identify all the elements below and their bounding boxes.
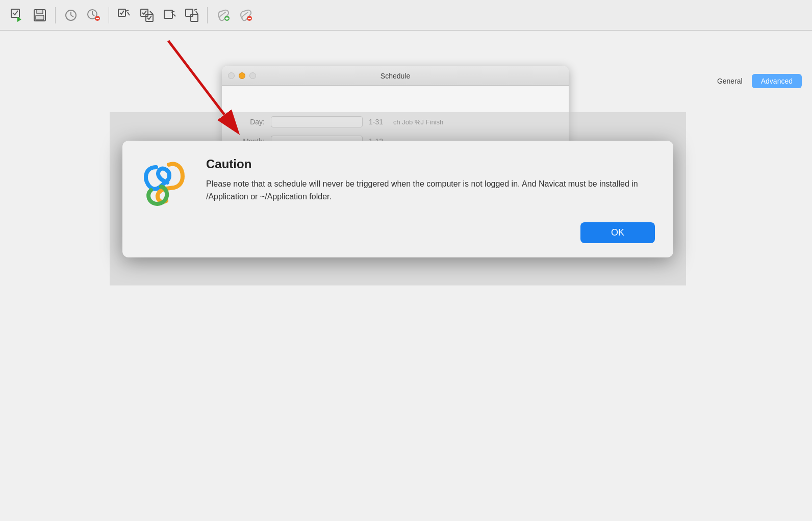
navicat-logo-icon xyxy=(141,157,192,208)
svg-line-1 xyxy=(168,41,224,115)
zoom-button[interactable] xyxy=(249,72,256,79)
separator-3 xyxy=(207,7,208,23)
detach-icon[interactable] xyxy=(236,6,255,24)
caution-title: Caution xyxy=(206,157,655,171)
schedule-titlebar: Schedule xyxy=(222,66,569,86)
tab-general[interactable]: General xyxy=(708,74,752,88)
delete-schedule-icon[interactable] xyxy=(84,6,103,24)
run-task-icon[interactable] xyxy=(8,6,27,24)
separator-1 xyxy=(55,7,56,23)
caution-dialog: Caution Please note that a schedule will… xyxy=(122,141,673,257)
select-multiple-icon[interactable] xyxy=(138,6,156,24)
deselect-icon[interactable] xyxy=(160,6,179,24)
deselect-multiple-icon[interactable] xyxy=(183,6,201,24)
caution-text-block: Caution Please note that a schedule will… xyxy=(206,157,655,203)
tab-advanced[interactable]: Advanced xyxy=(752,74,802,88)
caution-body: Caution Please note that a schedule will… xyxy=(141,157,655,208)
separator-2 xyxy=(109,7,109,23)
tab-area: General Advanced xyxy=(708,74,802,88)
svg-line-9 xyxy=(71,15,73,17)
caution-footer: OK xyxy=(141,222,655,243)
schedule-title: Schedule xyxy=(380,72,410,80)
caution-message: Please note that a schedule will never b… xyxy=(206,177,655,203)
select-checkbox-icon[interactable] xyxy=(115,6,134,24)
svg-rect-6 xyxy=(36,15,44,20)
close-button[interactable] xyxy=(228,72,235,79)
svg-rect-18 xyxy=(164,10,172,18)
traffic-lights xyxy=(228,72,256,79)
caution-ok-button[interactable]: OK xyxy=(580,222,655,243)
save-icon[interactable] xyxy=(31,6,49,24)
svg-rect-19 xyxy=(186,9,193,16)
svg-rect-5 xyxy=(37,10,43,14)
svg-line-12 xyxy=(92,14,94,16)
svg-rect-20 xyxy=(191,14,198,21)
toolbar xyxy=(0,0,812,31)
new-schedule-icon[interactable] xyxy=(62,6,80,24)
attach-icon[interactable] xyxy=(214,6,232,24)
minimize-button[interactable] xyxy=(239,72,245,79)
caution-overlay: Caution Please note that a schedule will… xyxy=(110,112,686,285)
